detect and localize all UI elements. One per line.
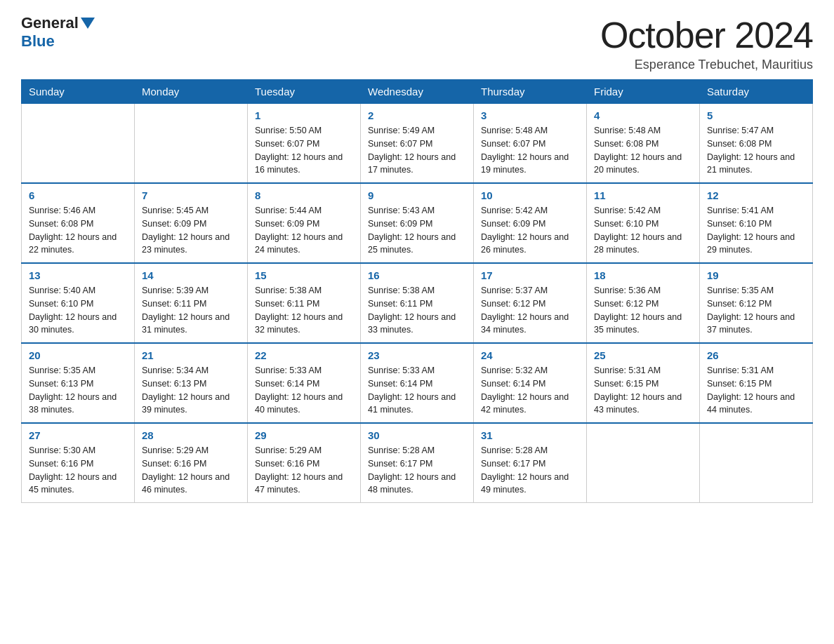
calendar-day-cell: 3Sunrise: 5:48 AMSunset: 6:07 PMDaylight… (474, 104, 587, 184)
calendar-day-cell: 8Sunrise: 5:44 AMSunset: 6:09 PMDaylight… (248, 183, 361, 263)
day-number: 10 (481, 189, 579, 201)
calendar-day-cell: 29Sunrise: 5:29 AMSunset: 6:16 PMDayligh… (248, 423, 361, 503)
day-info: Sunrise: 5:33 AMSunset: 6:14 PMDaylight:… (255, 364, 353, 417)
day-info: Sunrise: 5:32 AMSunset: 6:14 PMDaylight:… (481, 364, 579, 417)
day-info: Sunrise: 5:48 AMSunset: 6:08 PMDaylight:… (594, 124, 692, 177)
calendar-day-cell: 17Sunrise: 5:37 AMSunset: 6:12 PMDayligh… (474, 263, 587, 343)
day-info: Sunrise: 5:37 AMSunset: 6:12 PMDaylight:… (481, 284, 579, 337)
day-number: 8 (255, 189, 353, 201)
calendar-week-row: 1Sunrise: 5:50 AMSunset: 6:07 PMDaylight… (22, 104, 813, 184)
day-number: 19 (707, 269, 805, 281)
calendar-day-cell: 18Sunrise: 5:36 AMSunset: 6:12 PMDayligh… (587, 263, 700, 343)
calendar-day-cell: 24Sunrise: 5:32 AMSunset: 6:14 PMDayligh… (474, 343, 587, 423)
day-number: 22 (255, 349, 353, 361)
day-info: Sunrise: 5:35 AMSunset: 6:12 PMDaylight:… (707, 284, 805, 337)
calendar-day-cell: 15Sunrise: 5:38 AMSunset: 6:11 PMDayligh… (248, 263, 361, 343)
day-info: Sunrise: 5:48 AMSunset: 6:07 PMDaylight:… (481, 124, 579, 177)
calendar-day-cell: 11Sunrise: 5:42 AMSunset: 6:10 PMDayligh… (587, 183, 700, 263)
day-info: Sunrise: 5:45 AMSunset: 6:09 PMDaylight:… (142, 204, 240, 257)
day-info: Sunrise: 5:40 AMSunset: 6:10 PMDaylight:… (29, 284, 127, 337)
calendar-day-cell (700, 423, 813, 503)
calendar-day-cell: 25Sunrise: 5:31 AMSunset: 6:15 PMDayligh… (587, 343, 700, 423)
calendar-day-cell: 13Sunrise: 5:40 AMSunset: 6:10 PMDayligh… (22, 263, 135, 343)
day-number: 30 (368, 429, 466, 441)
calendar-header-cell: Wednesday (361, 80, 474, 104)
day-number: 9 (368, 189, 466, 201)
day-info: Sunrise: 5:42 AMSunset: 6:09 PMDaylight:… (481, 204, 579, 257)
calendar-day-cell: 19Sunrise: 5:35 AMSunset: 6:12 PMDayligh… (700, 263, 813, 343)
day-info: Sunrise: 5:47 AMSunset: 6:08 PMDaylight:… (707, 124, 805, 177)
day-number: 12 (707, 189, 805, 201)
day-number: 7 (142, 189, 240, 201)
calendar-day-cell: 20Sunrise: 5:35 AMSunset: 6:13 PMDayligh… (22, 343, 135, 423)
calendar-table: SundayMondayTuesdayWednesdayThursdayFrid… (21, 79, 813, 503)
calendar-day-cell: 12Sunrise: 5:41 AMSunset: 6:10 PMDayligh… (700, 183, 813, 263)
calendar-day-cell: 10Sunrise: 5:42 AMSunset: 6:09 PMDayligh… (474, 183, 587, 263)
day-number: 2 (368, 109, 466, 121)
day-number: 24 (481, 349, 579, 361)
day-number: 15 (255, 269, 353, 281)
day-info: Sunrise: 5:36 AMSunset: 6:12 PMDaylight:… (594, 284, 692, 337)
calendar-week-row: 27Sunrise: 5:30 AMSunset: 6:16 PMDayligh… (22, 423, 813, 503)
logo-triangle-icon (81, 18, 95, 29)
day-number: 14 (142, 269, 240, 281)
day-info: Sunrise: 5:29 AMSunset: 6:16 PMDaylight:… (142, 444, 240, 497)
calendar-day-cell: 6Sunrise: 5:46 AMSunset: 6:08 PMDaylight… (22, 183, 135, 263)
day-info: Sunrise: 5:38 AMSunset: 6:11 PMDaylight:… (255, 284, 353, 337)
calendar-day-cell: 1Sunrise: 5:50 AMSunset: 6:07 PMDaylight… (248, 104, 361, 184)
day-number: 4 (594, 109, 692, 121)
calendar-day-cell: 14Sunrise: 5:39 AMSunset: 6:11 PMDayligh… (135, 263, 248, 343)
day-number: 18 (594, 269, 692, 281)
day-info: Sunrise: 5:50 AMSunset: 6:07 PMDaylight:… (255, 124, 353, 177)
day-info: Sunrise: 5:43 AMSunset: 6:09 PMDaylight:… (368, 204, 466, 257)
day-info: Sunrise: 5:33 AMSunset: 6:14 PMDaylight:… (368, 364, 466, 417)
calendar-day-cell: 26Sunrise: 5:31 AMSunset: 6:15 PMDayligh… (700, 343, 813, 423)
calendar-day-cell (135, 104, 248, 184)
day-info: Sunrise: 5:28 AMSunset: 6:17 PMDaylight:… (481, 444, 579, 497)
calendar-day-cell (587, 423, 700, 503)
calendar-day-cell: 2Sunrise: 5:49 AMSunset: 6:07 PMDaylight… (361, 104, 474, 184)
header: General Blue October 2024 Esperance Treb… (21, 14, 813, 72)
day-info: Sunrise: 5:49 AMSunset: 6:07 PMDaylight:… (368, 124, 466, 177)
calendar-header-cell: Thursday (474, 80, 587, 104)
calendar-body: 1Sunrise: 5:50 AMSunset: 6:07 PMDaylight… (22, 104, 813, 503)
day-number: 20 (29, 349, 127, 361)
calendar-week-row: 6Sunrise: 5:46 AMSunset: 6:08 PMDaylight… (22, 183, 813, 263)
day-number: 13 (29, 269, 127, 281)
day-info: Sunrise: 5:46 AMSunset: 6:08 PMDaylight:… (29, 204, 127, 257)
calendar-day-cell: 5Sunrise: 5:47 AMSunset: 6:08 PMDaylight… (700, 104, 813, 184)
day-info: Sunrise: 5:31 AMSunset: 6:15 PMDaylight:… (707, 364, 805, 417)
day-info: Sunrise: 5:31 AMSunset: 6:15 PMDaylight:… (594, 364, 692, 417)
calendar-header-row: SundayMondayTuesdayWednesdayThursdayFrid… (22, 80, 813, 104)
day-number: 26 (707, 349, 805, 361)
day-info: Sunrise: 5:34 AMSunset: 6:13 PMDaylight:… (142, 364, 240, 417)
day-number: 21 (142, 349, 240, 361)
calendar-day-cell: 31Sunrise: 5:28 AMSunset: 6:17 PMDayligh… (474, 423, 587, 503)
day-number: 27 (29, 429, 127, 441)
calendar-day-cell: 4Sunrise: 5:48 AMSunset: 6:08 PMDaylight… (587, 104, 700, 184)
calendar-header-cell: Sunday (22, 80, 135, 104)
day-info: Sunrise: 5:44 AMSunset: 6:09 PMDaylight:… (255, 204, 353, 257)
day-info: Sunrise: 5:38 AMSunset: 6:11 PMDaylight:… (368, 284, 466, 337)
day-number: 16 (368, 269, 466, 281)
calendar-week-row: 13Sunrise: 5:40 AMSunset: 6:10 PMDayligh… (22, 263, 813, 343)
calendar-header-cell: Saturday (700, 80, 813, 104)
calendar-day-cell: 27Sunrise: 5:30 AMSunset: 6:16 PMDayligh… (22, 423, 135, 503)
day-info: Sunrise: 5:41 AMSunset: 6:10 PMDaylight:… (707, 204, 805, 257)
calendar-header-cell: Friday (587, 80, 700, 104)
calendar-day-cell: 22Sunrise: 5:33 AMSunset: 6:14 PMDayligh… (248, 343, 361, 423)
day-number: 28 (142, 429, 240, 441)
day-number: 6 (29, 189, 127, 201)
day-number: 11 (594, 189, 692, 201)
logo: General Blue (21, 14, 97, 51)
calendar-day-cell: 23Sunrise: 5:33 AMSunset: 6:14 PMDayligh… (361, 343, 474, 423)
calendar-header-cell: Tuesday (248, 80, 361, 104)
logo-blue: Blue (21, 32, 55, 51)
calendar-day-cell: 16Sunrise: 5:38 AMSunset: 6:11 PMDayligh… (361, 263, 474, 343)
calendar-day-cell (22, 104, 135, 184)
day-info: Sunrise: 5:28 AMSunset: 6:17 PMDaylight:… (368, 444, 466, 497)
day-info: Sunrise: 5:35 AMSunset: 6:13 PMDaylight:… (29, 364, 127, 417)
logo-text: General (21, 14, 97, 32)
calendar-day-cell: 7Sunrise: 5:45 AMSunset: 6:09 PMDaylight… (135, 183, 248, 263)
calendar-day-cell: 9Sunrise: 5:43 AMSunset: 6:09 PMDaylight… (361, 183, 474, 263)
